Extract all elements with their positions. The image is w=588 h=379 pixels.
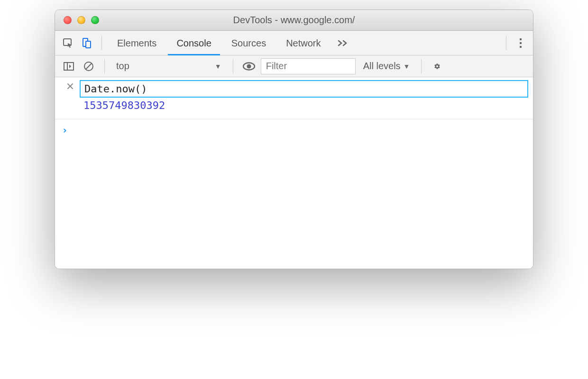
console-prompt[interactable]: › [55,119,533,136]
traffic-lights [55,16,99,24]
chevron-down-icon: ▼ [215,63,221,70]
tab-console[interactable]: Console [168,31,220,55]
inspect-element-icon[interactable] [60,35,76,51]
more-tabs-icon[interactable] [332,39,353,47]
more-options-icon[interactable] [513,37,528,49]
svg-rect-6 [64,63,74,70]
svg-point-4 [520,42,522,44]
log-levels-select[interactable]: All levels ▼ [359,61,414,72]
filter-input[interactable] [261,58,356,74]
tab-sources[interactable]: Sources [223,31,275,55]
divider [421,59,422,73]
live-expression-icon[interactable] [241,58,257,74]
devtools-window: DevTools - www.google.com/ Elements Cons… [55,9,533,269]
context-label: top [116,61,129,72]
svg-line-9 [86,63,92,69]
clear-console-icon[interactable] [81,58,97,74]
console-expression-input[interactable]: Date.now() [80,80,528,98]
divider [233,59,233,73]
console-body: Date.now() 1535749830392 › [55,77,533,269]
toggle-drawer-icon[interactable] [61,58,77,74]
tab-network[interactable]: Network [277,31,329,55]
svg-point-5 [520,45,522,48]
console-toolbar: top ▼ All levels ▼ [55,55,533,77]
titlebar: DevTools - www.google.com/ [55,10,533,31]
divider [104,59,105,73]
clear-expression-icon[interactable] [61,80,80,90]
minimize-window-button[interactable] [77,16,85,24]
close-window-button[interactable] [64,16,72,24]
divider [506,36,506,50]
prompt-chevron-icon: › [62,124,68,136]
device-toolbar-icon[interactable] [79,35,95,51]
panel-tabbar: Elements Console Sources Network [55,31,533,55]
chevron-down-icon: ▼ [404,63,410,70]
window-title: DevTools - www.google.com/ [55,15,533,26]
svg-point-11 [247,64,251,68]
execution-context-select[interactable]: top ▼ [112,58,225,74]
console-settings-icon[interactable] [429,58,445,74]
svg-rect-2 [86,41,91,48]
zoom-window-button[interactable] [91,16,99,24]
tab-elements[interactable]: Elements [109,31,165,55]
svg-point-3 [520,38,522,40]
eager-evaluation-row: Date.now() 1535749830392 [55,77,533,119]
levels-label: All levels [363,61,401,72]
eager-result: 1535749830392 [80,98,528,115]
divider [101,36,102,50]
